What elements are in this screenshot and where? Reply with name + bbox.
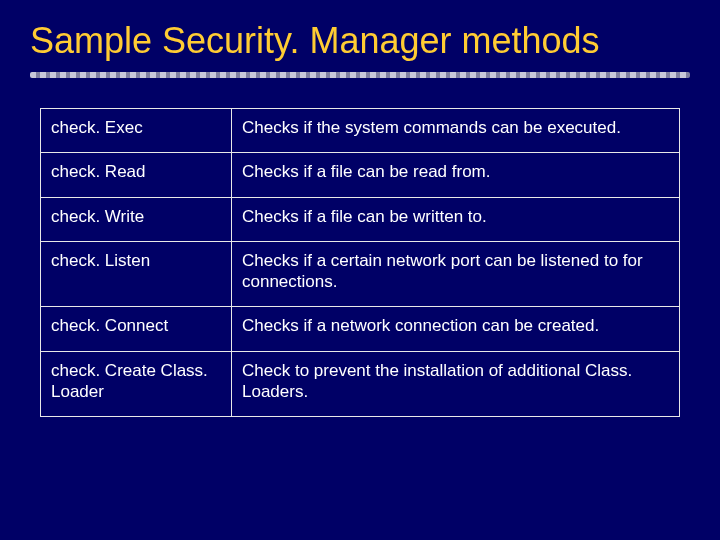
method-desc: Checks if a file can be written to. [232, 197, 680, 241]
method-desc: Check to prevent the installation of add… [232, 351, 680, 417]
method-name: check. Connect [41, 307, 232, 351]
method-desc: Checks if the system commands can be exe… [232, 109, 680, 153]
table-row: check. Connect Checks if a network conne… [41, 307, 680, 351]
table-row: check. Create Class. Loader Check to pre… [41, 351, 680, 417]
table-row: check. Listen Checks if a certain networ… [41, 241, 680, 307]
table-row: check. Write Checks if a file can be wri… [41, 197, 680, 241]
method-name: check. Create Class. Loader [41, 351, 232, 417]
method-name: check. Listen [41, 241, 232, 307]
table-row: check. Read Checks if a file can be read… [41, 153, 680, 197]
method-name: check. Exec [41, 109, 232, 153]
slide: Sample Security. Manager methods check. … [0, 0, 720, 540]
methods-table: check. Exec Checks if the system command… [40, 108, 680, 417]
method-desc: Checks if a file can be read from. [232, 153, 680, 197]
table-row: check. Exec Checks if the system command… [41, 109, 680, 153]
method-desc: Checks if a certain network port can be … [232, 241, 680, 307]
slide-title: Sample Security. Manager methods [30, 20, 690, 62]
method-name: check. Write [41, 197, 232, 241]
title-underline [30, 72, 690, 78]
method-name: check. Read [41, 153, 232, 197]
method-desc: Checks if a network connection can be cr… [232, 307, 680, 351]
